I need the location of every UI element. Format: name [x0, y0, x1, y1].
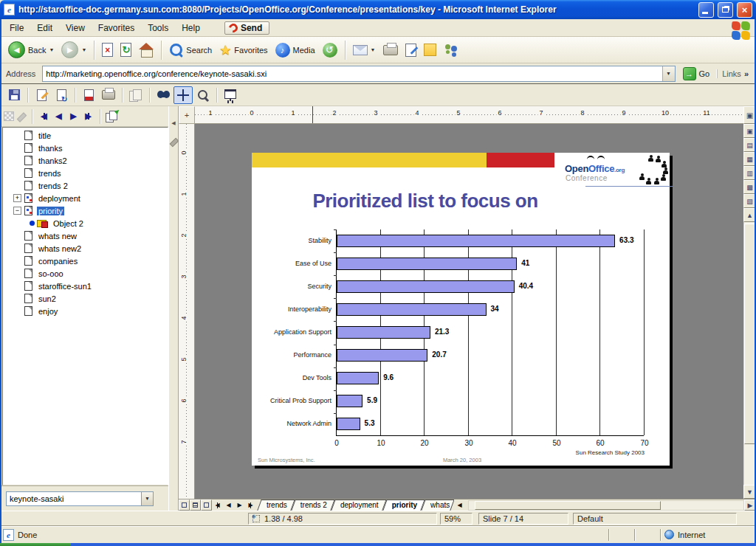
- zoom-button[interactable]: [193, 86, 213, 104]
- first-slide-button[interactable]: ◀: [38, 111, 50, 121]
- next-tab-button[interactable]: ▶: [234, 500, 245, 511]
- slide-tab-priority[interactable]: priority: [383, 500, 425, 511]
- tree-item-enjoy[interactable]: enjoy: [3, 305, 168, 317]
- save-button[interactable]: [4, 86, 24, 104]
- address-input[interactable]: [43, 67, 662, 80]
- minimize-button[interactable]: [698, 2, 714, 18]
- tree-item-label[interactable]: staroffice-sun1: [37, 282, 93, 291]
- print-file-button[interactable]: [99, 86, 118, 104]
- history-button[interactable]: ↺: [320, 41, 340, 59]
- tree-item-companies[interactable]: companies: [3, 255, 168, 267]
- home-button[interactable]: [136, 41, 157, 58]
- navigator-button[interactable]: [173, 86, 193, 104]
- ruler-number: 11: [701, 109, 711, 117]
- tree-item-priority[interactable]: −priority: [3, 204, 168, 217]
- slide-tab-whats[interactable]: whats: [422, 500, 454, 511]
- tree-item-label[interactable]: trends 2: [37, 182, 69, 190]
- document-selector[interactable]: [6, 491, 141, 506]
- tree-item-deployment[interactable]: +deployment: [3, 192, 168, 204]
- tree-item-label[interactable]: sun2: [37, 294, 58, 303]
- mail-button[interactable]: ▼: [350, 44, 379, 57]
- forward-button[interactable]: ▶ ▼: [58, 40, 89, 60]
- tree-item-label[interactable]: deployment: [37, 194, 82, 203]
- menu-file[interactable]: File: [3, 21, 30, 35]
- tree-item-label[interactable]: whats new: [37, 232, 78, 241]
- collapse-panel-button[interactable]: ◀: [170, 118, 178, 128]
- tree-item-label[interactable]: so-ooo: [37, 269, 65, 278]
- menu-view[interactable]: View: [59, 21, 92, 35]
- next-slide-button[interactable]: ▶: [67, 111, 80, 121]
- restore-button[interactable]: [718, 2, 733, 18]
- mail-dropdown-icon[interactable]: ▼: [371, 47, 376, 52]
- menu-help[interactable]: Help: [175, 21, 207, 35]
- tree-item-whats-new[interactable]: whats new: [3, 229, 168, 242]
- tree-item-thanks[interactable]: thanks: [3, 142, 168, 154]
- first-tab-button[interactable]: ◀: [212, 500, 223, 511]
- tree-item-label[interactable]: trends: [37, 169, 63, 178]
- tree-item-Object-2[interactable]: Object 2: [3, 217, 168, 229]
- forward-dropdown-icon[interactable]: ▼: [81, 47, 86, 52]
- slide-tab-trends[interactable]: trends: [258, 500, 295, 511]
- back-button[interactable]: ◀ Back ▼: [5, 40, 57, 60]
- goto-page-icon[interactable]: [106, 111, 118, 122]
- zoom-panel[interactable]: 59%: [440, 513, 472, 525]
- tree-item-label[interactable]: thanks2: [37, 156, 69, 165]
- tree-item-trends-2[interactable]: trends 2: [3, 179, 168, 192]
- previous-slide-button[interactable]: ◀: [52, 111, 65, 121]
- discuss-button[interactable]: [421, 42, 439, 58]
- messenger-button[interactable]: [441, 42, 463, 58]
- expand-icon[interactable]: +: [13, 194, 21, 202]
- tree-item-label[interactable]: enjoy: [37, 307, 59, 316]
- tree-item-staroffice-sun1[interactable]: staroffice-sun1: [3, 280, 168, 292]
- horizontal-scrollbar[interactable]: [468, 500, 744, 511]
- export-pdf-button[interactable]: [79, 86, 98, 104]
- favorites-button[interactable]: ★ Favorites: [216, 42, 270, 58]
- print-button[interactable]: [380, 44, 401, 57]
- find-button[interactable]: [154, 86, 173, 104]
- tree-item-label[interactable]: priority: [37, 207, 64, 215]
- view-mode-button-3[interactable]: [201, 500, 212, 511]
- refresh-button[interactable]: ↻: [117, 41, 134, 58]
- menu-favorites[interactable]: Favorites: [92, 21, 141, 35]
- tree-item-so-ooo[interactable]: so-ooo: [3, 267, 168, 280]
- document-selector-dropdown[interactable]: ▼: [141, 491, 154, 506]
- menu-tools[interactable]: Tools: [141, 21, 175, 35]
- tree-item-label[interactable]: thanks: [37, 144, 63, 153]
- panel-splitter[interactable]: ◀: [168, 106, 179, 511]
- search-button[interactable]: Search: [166, 41, 215, 58]
- previous-tab-button[interactable]: ◀: [223, 500, 234, 511]
- presentation-button[interactable]: [221, 86, 240, 104]
- tree-item-thanks2[interactable]: thanks2: [3, 154, 168, 167]
- menu-edit[interactable]: Edit: [30, 21, 59, 35]
- tree-item-whats-new2[interactable]: whats new2: [3, 242, 168, 255]
- stop-button[interactable]: ×: [99, 41, 116, 58]
- last-tab-button[interactable]: ▶: [245, 500, 256, 511]
- document-canvas[interactable]: OpenOffice.org Conference Prioritized li…: [195, 124, 743, 499]
- tree-item-trends[interactable]: trends: [3, 167, 168, 179]
- close-button[interactable]: ×: [737, 2, 752, 18]
- go-button[interactable]: → Go: [679, 67, 714, 80]
- tree-item-title[interactable]: title: [3, 129, 168, 142]
- tree-item-label[interactable]: Object 2: [52, 219, 85, 228]
- send-button[interactable]: Send: [224, 21, 269, 35]
- scroll-tabs-left-button[interactable]: ◀: [454, 500, 465, 511]
- collapse-icon[interactable]: −: [13, 207, 21, 215]
- links-button[interactable]: Links »: [717, 69, 753, 78]
- reload-button[interactable]: [52, 86, 71, 104]
- tree-item-sun2[interactable]: sun2: [3, 292, 168, 305]
- edit-button[interactable]: [402, 42, 419, 58]
- media-button[interactable]: ♪ Media: [272, 41, 318, 59]
- last-slide-button[interactable]: ▶: [82, 111, 94, 121]
- slide-tab-trends-2[interactable]: trends 2: [292, 500, 334, 511]
- back-dropdown-icon[interactable]: ▼: [49, 47, 54, 52]
- view-mode-button-1[interactable]: [179, 500, 190, 511]
- tree-item-label[interactable]: whats new2: [37, 244, 83, 253]
- edit-file-button[interactable]: [32, 86, 51, 104]
- address-dropdown-button[interactable]: ▼: [662, 66, 675, 81]
- tree-item-label[interactable]: title: [37, 131, 52, 140]
- tree-item-label[interactable]: companies: [37, 257, 79, 266]
- view-mode-button-2[interactable]: [190, 500, 201, 511]
- slide[interactable]: OpenOffice.org Conference Prioritized li…: [252, 153, 670, 466]
- slide-tab-deployment[interactable]: deployment: [331, 500, 386, 511]
- horizontal-scrollbar-thumb[interactable]: [475, 501, 662, 510]
